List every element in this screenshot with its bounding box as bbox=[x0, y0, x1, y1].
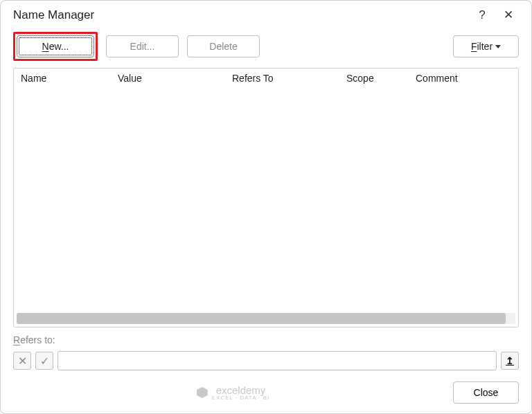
cancel-edit-icon[interactable]: ✕ bbox=[13, 352, 31, 370]
names-list: Name Value Refers To Scope Comment bbox=[13, 68, 519, 327]
scrollbar-thumb[interactable] bbox=[17, 313, 506, 324]
col-name[interactable]: Name bbox=[21, 73, 118, 84]
col-refers-to[interactable]: Refers To bbox=[232, 73, 346, 84]
titlebar: Name Manager ? ✕ bbox=[1, 1, 531, 26]
col-comment[interactable]: Comment bbox=[416, 73, 511, 84]
close-icon[interactable]: ✕ bbox=[495, 8, 522, 22]
name-manager-dialog: Name Manager ? ✕ New... Edit... Delete F… bbox=[0, 0, 532, 414]
col-value[interactable]: Value bbox=[118, 73, 232, 84]
footer: exceldemy EXCEL · DATA · BI Close bbox=[1, 375, 531, 413]
filter-button[interactable]: Filter bbox=[453, 35, 519, 57]
new-button-highlight: New... bbox=[13, 32, 98, 61]
names-list-body[interactable] bbox=[14, 88, 518, 310]
delete-button[interactable]: Delete bbox=[187, 35, 260, 57]
column-headers: Name Value Refers To Scope Comment bbox=[14, 69, 518, 88]
toolbar: New... Edit... Delete Filter bbox=[1, 26, 531, 68]
col-scope[interactable]: Scope bbox=[346, 73, 416, 84]
edit-button[interactable]: Edit... bbox=[106, 35, 179, 57]
refers-to-row: ✕ ✓ ↥ bbox=[1, 351, 531, 375]
close-button[interactable]: Close bbox=[453, 381, 519, 404]
refers-to-input[interactable] bbox=[57, 351, 497, 370]
confirm-edit-icon[interactable]: ✓ bbox=[35, 352, 53, 370]
dialog-title: Name Manager bbox=[13, 8, 469, 22]
watermark: exceldemy EXCEL · DATA · BI bbox=[13, 384, 453, 401]
refers-to-label: Refers to: bbox=[1, 327, 531, 351]
help-icon[interactable]: ? bbox=[469, 8, 495, 22]
new-button[interactable]: New... bbox=[17, 35, 94, 57]
horizontal-scrollbar[interactable] bbox=[17, 313, 515, 324]
chevron-down-icon bbox=[495, 45, 501, 48]
collapse-dialog-icon[interactable]: ↥ bbox=[501, 352, 519, 370]
logo-icon bbox=[197, 387, 208, 398]
